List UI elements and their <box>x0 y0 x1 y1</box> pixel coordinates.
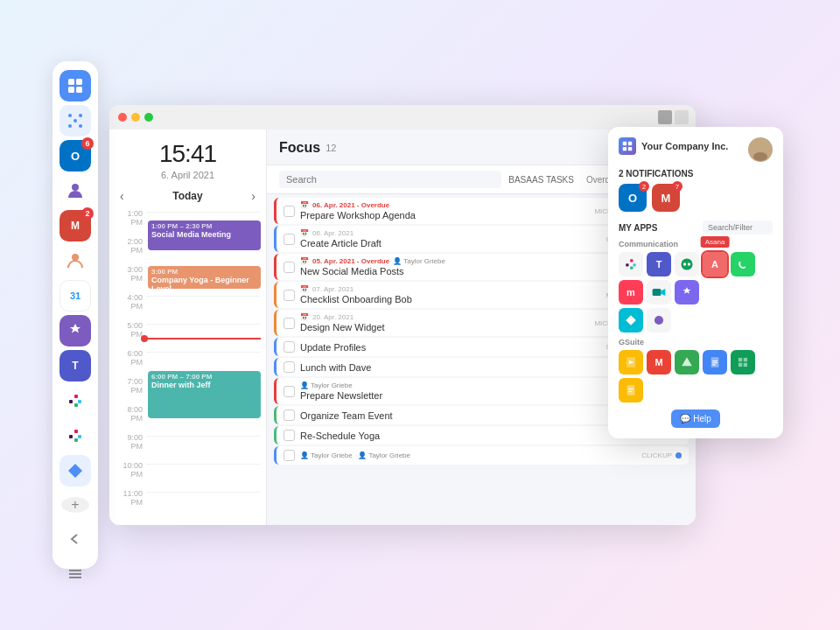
teams-app-icon[interactable]: T <box>647 252 671 276</box>
task-checkbox[interactable] <box>284 361 295 373</box>
svg-point-29 <box>756 142 765 150</box>
svg-point-8 <box>79 124 82 128</box>
task-checkbox[interactable] <box>284 234 295 245</box>
task-meta: 📅 20. Apr. 2021 <box>300 313 589 321</box>
slack-app-icon[interactable] <box>619 252 643 276</box>
svg-point-35 <box>681 258 692 270</box>
slack2-icon[interactable] <box>60 420 91 452</box>
task-checkbox[interactable] <box>284 386 295 397</box>
asana-app-icon[interactable]: Asana A <box>703 252 727 276</box>
svg-marker-45 <box>682 357 692 366</box>
calendar-body: 1:00 PM 2:00 PM 3:00 PM 4:00 PM 5:00 PM … <box>109 208 266 523</box>
outlook-badge: 6 <box>81 137 94 150</box>
svg-rect-46 <box>711 357 719 368</box>
svg-rect-54 <box>627 385 635 396</box>
clickup-app2-icon[interactable] <box>675 280 699 304</box>
svg-rect-11 <box>69 400 73 403</box>
task-name: Checklist Onboarding Bob <box>300 294 600 304</box>
nav-today-label: Today <box>172 190 202 202</box>
social-media-meeting-event[interactable]: 1:00 PM – 2:30 PM Social Media Meeting <box>148 220 261 250</box>
svg-rect-1 <box>76 79 82 85</box>
calendar31-icon[interactable]: 31 <box>60 280 91 312</box>
communication-apps-row2 <box>619 308 773 332</box>
next-day-button[interactable]: › <box>251 189 256 203</box>
task-search-input[interactable] <box>279 171 501 188</box>
app-icon-extra2[interactable] <box>647 308 671 332</box>
meet-app-icon[interactable] <box>647 280 671 304</box>
minimize-dot[interactable] <box>131 113 140 122</box>
dinner-event[interactable]: 6:00 PM – 7:00 PM Dinner with Jeff <box>148 371 261 418</box>
grid-icon[interactable] <box>60 70 91 102</box>
timeslot-11pm: 11:00 PM <box>109 488 266 516</box>
svg-point-9 <box>72 184 79 191</box>
svg-point-7 <box>68 124 72 128</box>
gforms-app-icon[interactable] <box>619 378 643 402</box>
task-checkbox[interactable] <box>284 262 295 273</box>
clickup-icon[interactable] <box>60 315 91 346</box>
svg-rect-27 <box>623 147 626 150</box>
timeslot-10pm: 10:00 PM <box>109 460 266 488</box>
list-icon[interactable] <box>60 558 91 590</box>
timeslot-5pm: 5:00 PM <box>109 320 266 348</box>
current-time-indicator <box>144 338 261 340</box>
gdocs-app-icon[interactable] <box>703 350 727 374</box>
prev-day-button[interactable]: ‹ <box>120 189 124 203</box>
close-dot[interactable] <box>118 113 127 122</box>
gmail-notif-icon[interactable]: M 7 <box>652 184 680 212</box>
whatsapp-app-icon[interactable] <box>731 252 755 276</box>
gchat-app-icon[interactable] <box>675 252 699 276</box>
gmail-badge: 2 <box>81 207 94 220</box>
add-button[interactable]: + <box>61 497 89 513</box>
task-content: 📅 06. Apr. 2021 - Overdue Prepare Worksh… <box>300 201 589 220</box>
basaas-filter[interactable]: BASAAS TASKS <box>508 175 574 185</box>
gmail-app-icon[interactable]: M <box>647 350 671 374</box>
my-apps-label: MY APPS <box>619 223 657 233</box>
svg-point-42 <box>654 316 663 325</box>
svg-rect-39 <box>653 289 662 296</box>
grid-view-btn[interactable] <box>658 110 672 124</box>
task-meta: 📅 06. Apr. 2021 - Overdue <box>300 201 589 209</box>
sidebar-dock: O 6 M 2 31 T + <box>52 61 98 569</box>
notification-icons: O 2 M 7 <box>619 184 773 212</box>
task-row[interactable]: 👤 Taylor Griebe 👤 Taylor Griebe CLICKUP <box>274 446 689 465</box>
task-checkbox[interactable] <box>284 290 295 301</box>
svg-point-10 <box>72 254 79 261</box>
gmail-icon[interactable]: M 2 <box>60 210 91 242</box>
help-button[interactable]: 💬 Help <box>671 410 720 428</box>
nav-left-icon[interactable] <box>60 523 91 555</box>
person-icon[interactable] <box>60 175 91 206</box>
task-checkbox[interactable] <box>284 341 295 353</box>
diamond-icon[interactable] <box>60 455 91 486</box>
yoga-event[interactable]: 3:00 PM Company Yoga - Beginner Level <box>148 266 261 289</box>
task-content: 👤 Taylor Griebe Prepare Newsletter <box>300 382 616 401</box>
app-icon-extra1[interactable] <box>619 308 643 332</box>
list-view-btn[interactable] <box>675 110 689 124</box>
user-avatar-notif[interactable] <box>748 137 773 162</box>
teams-icon[interactable]: T <box>60 350 91 382</box>
task-checkbox[interactable] <box>284 450 295 461</box>
outlook-notif-icon[interactable]: O 2 <box>619 184 647 212</box>
task-meta: 📅 06. Apr. 2021 <box>300 229 601 237</box>
svg-point-6 <box>79 114 82 117</box>
gsheets-app-icon[interactable] <box>731 350 755 374</box>
task-checkbox[interactable] <box>284 206 295 217</box>
current-date: 6. April 2021 <box>116 170 259 180</box>
apps-search-input[interactable] <box>703 220 773 234</box>
slack-icon[interactable] <box>60 385 91 416</box>
notif-header: Your Company Inc. <box>619 137 773 162</box>
outlook-icon[interactable]: O 6 <box>60 140 91 172</box>
timeslot-4pm: 4:00 PM <box>109 292 266 320</box>
person2-icon[interactable] <box>60 245 91 276</box>
task-dot <box>676 452 682 458</box>
task-content: 📅 20. Apr. 2021 Design New Widget <box>300 313 589 332</box>
gslides-app-icon[interactable] <box>619 350 643 374</box>
task-checkbox[interactable] <box>284 410 295 421</box>
svg-rect-12 <box>74 395 78 398</box>
task-checkbox[interactable] <box>284 430 295 441</box>
gdrive-app-icon[interactable] <box>675 350 699 374</box>
scatter-icon[interactable] <box>60 105 91 136</box>
task-checkbox[interactable] <box>284 318 295 329</box>
maximize-dot[interactable] <box>144 113 153 122</box>
monday-app-icon[interactable]: m <box>619 280 643 304</box>
svg-rect-52 <box>738 363 742 367</box>
